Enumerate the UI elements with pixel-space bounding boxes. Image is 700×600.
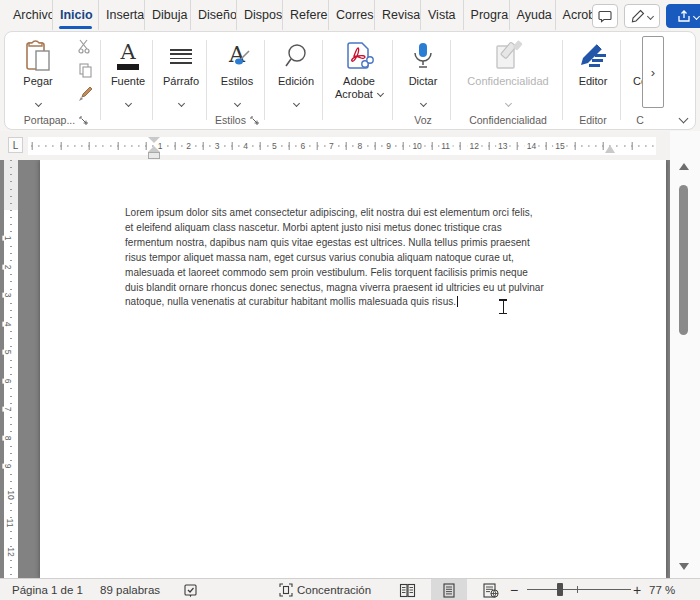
chevron-down-icon [233,100,240,107]
document-text-line[interactable]: risus tempor aliquet massa nam, eget cur… [125,251,587,266]
overflow-right-icon: › [651,65,655,80]
adobe-acrobat-button[interactable]: Adobe Acrobat [327,37,391,101]
menu-tab-revisa[interactable]: Revisa [374,0,420,30]
share-button[interactable] [666,4,700,28]
menu-tab-progra[interactable]: Progra [463,0,509,30]
document-text-line[interactable]: malesuada et laoreet commodo sem proin v… [125,266,587,281]
chevron-down-icon [419,100,426,107]
paste-button[interactable]: Pegar [13,32,63,110]
ruler-number: 9 [2,464,14,469]
zoom-slider-track[interactable] [527,589,631,590]
paragraph-label: Párrafo [157,75,205,88]
editor-group: Editor Editor [567,32,619,129]
dialog-launcher-icon[interactable] [79,116,88,125]
read-mode-button[interactable] [399,579,416,600]
menu-tab-dispos[interactable]: Dispos [236,0,282,30]
vertical-ruler[interactable]: 123456789101112 [4,160,18,578]
editing-button[interactable]: Edición [269,37,323,110]
document-text-line[interactable]: et eleifend aliquam class nascetur. Morb… [125,221,587,236]
chevron-down-icon [504,100,511,107]
editor-pen-icon [567,37,619,75]
menu-tab-inicio[interactable]: Inicio [52,0,98,30]
first-line-indent-icon[interactable] [148,137,160,143]
styles-group-label[interactable]: Estilos [211,114,263,126]
collapse-ribbon-button[interactable] [675,110,691,126]
zoom-percentage[interactable]: 77 % [649,579,675,600]
chevron-down-icon [292,100,299,107]
page-indicator[interactable]: Página 1 de 1 [12,579,83,600]
styles-button[interactable]: A Estilos [211,37,263,110]
menu-tab-corres[interactable]: Corres [328,0,374,30]
left-indent-icon[interactable] [148,152,160,159]
drawing-button[interactable] [624,4,660,28]
ruler-number: 6 [298,140,307,152]
web-layout-icon [483,583,499,598]
scroll-down-icon[interactable] [679,563,689,570]
font-button[interactable]: A Fuente [105,37,151,110]
chevron-down-icon [678,113,688,123]
clipboard-group: Pegar Portapap... [13,32,99,129]
ribbon-overflow-button[interactable]: › [642,36,664,108]
document-area[interactable]: Lorem ipsum dolor sits amet consectetur … [0,160,700,578]
styles-brush-icon: A [211,37,263,75]
zoom-in-button[interactable]: + [633,579,641,600]
print-layout-button[interactable] [443,579,455,600]
editor-label: Editor [567,75,619,88]
menu-tab-vista[interactable]: Vista [420,0,463,30]
mouse-ibeam-cursor [497,299,509,314]
styles-group: A Estilos Estilos [211,32,263,129]
menu-tab-archivo[interactable]: Archivo [6,0,52,30]
paste-clipboard-icon [13,37,63,75]
text-caret [457,296,458,307]
zoom-slider-thumb[interactable] [557,583,563,596]
paragraph-button[interactable]: Párrafo [157,37,205,110]
format-painter-brush-icon [76,85,94,103]
clipboard-group-label[interactable]: Portapap... [13,114,99,126]
ruler-number: 2 [184,140,193,152]
document-text-line[interactable]: Lorem ipsum dolor sits amet consectetur … [125,206,587,221]
format-painter-button[interactable] [74,84,96,104]
paragraph[interactable]: Lorem ipsum dolor sits amet consectetur … [125,206,587,310]
ruler-number: 4 [241,140,250,152]
word-count[interactable]: 89 palabras [100,579,160,600]
sensitivity-group: Confidencialidad Confidencialidad [455,32,561,129]
sensitivity-button[interactable]: Confidencialidad [455,37,561,110]
tab-stop-selector[interactable]: L [8,137,23,153]
menu-tab-dibuja[interactable]: Dibuja [144,0,190,30]
proofing-status-button[interactable] [183,579,198,600]
web-layout-button[interactable] [483,579,499,600]
scissors-icon [77,38,93,54]
document-text-line[interactable]: duis blandit ornare rhoncus donec senect… [125,281,587,296]
statusbar: Página 1 de 1 89 palabras Concentración … [0,578,700,600]
menu-tab-inserta[interactable]: Inserta [98,0,144,30]
zoom-out-button[interactable]: − [510,579,518,600]
chevron-down-icon [693,12,700,19]
focus-mode-button[interactable]: Concentración [297,579,371,600]
ruler-number: 8 [2,435,14,440]
scroll-up-icon[interactable] [679,163,689,170]
copy-button[interactable] [74,60,96,80]
comments-button[interactable] [592,4,618,28]
document-text-line[interactable]: natoque, nulla venenatis at curabitur ha… [125,295,587,310]
editor-button[interactable]: Editor [567,37,619,88]
ruler-number: 1 [2,236,14,241]
menu-tab-refere[interactable]: Refere [282,0,328,30]
microphone-icon [397,37,449,75]
dialog-launcher-icon[interactable] [250,116,259,125]
horizontal-ruler[interactable]: 123456789101112131415 [28,137,656,155]
dictate-button[interactable]: Dictar [397,37,449,110]
cut-button[interactable] [74,36,96,56]
menu-tab-ayuda[interactable]: Ayuda [509,0,555,30]
document-text-line[interactable]: fermentum nostra, dapibus nam quis vitae… [125,236,587,251]
menu-tab-diseño[interactable]: Diseño [190,0,236,30]
document-page[interactable]: Lorem ipsum dolor sits amet consectetur … [40,160,666,578]
vertical-scrollbar[interactable] [670,131,700,578]
titlebar: ArchivoInicioInsertaDibujaDiseñoDisposRe… [0,0,700,30]
ruler-number: 12 [5,547,17,556]
comment-icon [598,10,612,23]
ruler-number: 13 [496,140,509,152]
scrollbar-thumb[interactable] [679,185,688,335]
right-indent-icon[interactable] [605,145,615,153]
chevron-down-icon [124,100,131,107]
font-icon: A [105,37,151,75]
